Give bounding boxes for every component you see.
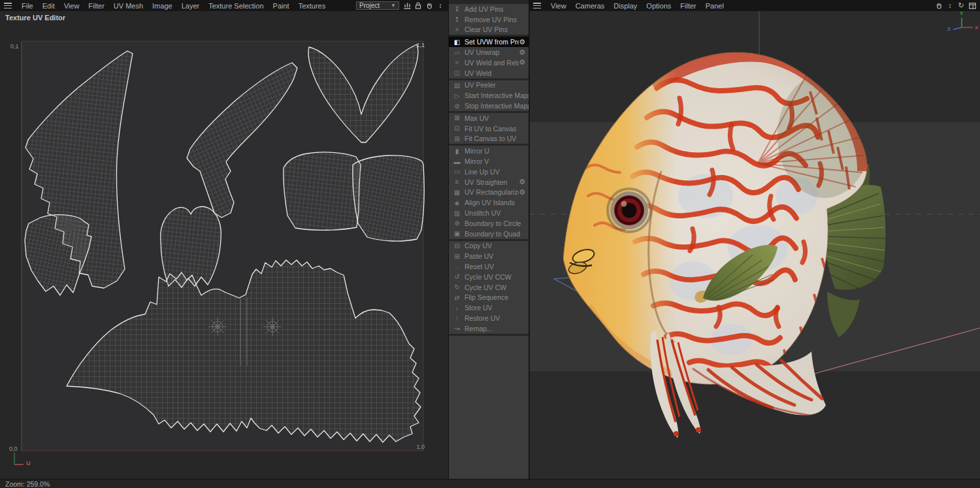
command-set-uvw-from-projection[interactable]: ◧Set UVW from Projection⚙ xyxy=(449,37,529,47)
menu-panel[interactable]: Panel xyxy=(701,2,728,10)
lock-icon[interactable] xyxy=(414,2,422,10)
hamburger-menu-icon[interactable] xyxy=(4,3,12,8)
move-vertical-icon[interactable]: ↕ xyxy=(436,2,444,10)
command-label: Fit UV to Canvas xyxy=(465,125,529,133)
flip-sequence-icon: ⇄ xyxy=(452,294,462,301)
command-label: Flip Sequence xyxy=(465,293,529,301)
command-restore-uv[interactable]: ↑Restore UV xyxy=(449,313,529,323)
command-uv-peeler[interactable]: ▤UV Peeler xyxy=(449,80,529,91)
gear-icon[interactable]: ⚙ xyxy=(519,188,525,197)
command-boundary-to-quad[interactable]: ▣Boundary to Quad xyxy=(449,229,529,239)
command-max-uv[interactable]: ⊠Max UV xyxy=(449,113,529,123)
menu-view[interactable]: View xyxy=(546,2,571,10)
cycle-uv-ccw-icon: ↺ xyxy=(452,273,462,280)
start-interactive-mapping-icon: ▷ xyxy=(452,92,462,99)
menu-file[interactable]: File xyxy=(17,2,38,10)
command-cycle-uv-cw[interactable]: ↻Cycle UV CW xyxy=(449,282,529,293)
command-remap[interactable]: ↝Remap... xyxy=(449,323,529,334)
command-label: Cycle UV CW xyxy=(465,284,529,291)
command-fit-uv-to-canvas[interactable]: ⊡Fit UV to Canvas xyxy=(449,123,529,134)
uv-swirl-left xyxy=(208,317,227,336)
command-group-1: ↧Add UV Pins↥Remove UV Pins×Clear UV Pin… xyxy=(449,4,529,35)
3d-viewport[interactable]: Y X Z xyxy=(530,11,980,479)
command-store-uv[interactable]: ↓Store UV xyxy=(449,302,529,313)
histogram-icon[interactable] xyxy=(403,2,411,10)
menu-filter[interactable]: Filter xyxy=(676,2,700,10)
uv-editor-menubar: FileEditViewFilterUV MeshImageLayerTextu… xyxy=(0,0,448,11)
command-cycle-uv-ccw[interactable]: ↺Cycle UV CCW xyxy=(449,272,529,282)
project-dropdown[interactable]: Project ▼ xyxy=(356,1,399,10)
uv-straighten-icon: ≡ xyxy=(452,178,462,186)
menu-layer[interactable]: Layer xyxy=(177,2,204,10)
command-line-up-uv[interactable]: ▭Line Up UV xyxy=(449,167,529,177)
uv-axis-gizmo: U xyxy=(14,453,31,466)
gear-icon[interactable]: ⚙ xyxy=(519,38,525,46)
mirror-u-icon: ▮ xyxy=(452,148,462,155)
uv-canvas[interactable]: 0,1 1,1 0,0 1,0 U xyxy=(0,11,448,479)
uv-command-panel: ↧Add UV Pins↥Remove UV Pins×Clear UV Pin… xyxy=(448,0,529,479)
menu-paint[interactable]: Paint xyxy=(269,2,294,10)
align-uv-islands-icon: ◈ xyxy=(452,199,462,206)
gear-icon[interactable]: ⚙ xyxy=(519,58,525,67)
menu-texture-selection[interactable]: Texture Selection xyxy=(204,2,268,10)
command-boundary-to-circle[interactable]: ⊚Boundary to Circle xyxy=(449,218,529,229)
command-unstitch-uv[interactable]: ▥Unstitch UV xyxy=(449,208,529,218)
uv-peeler-icon: ▤ xyxy=(452,82,462,89)
max-uv-icon: ⊠ xyxy=(452,114,462,122)
command-copy-uv[interactable]: ⊟Copy UV xyxy=(449,241,529,252)
menu-textures[interactable]: Textures xyxy=(294,2,331,10)
uv-island-fin-quad-right[interactable] xyxy=(353,155,424,241)
command-label: UV Straighten xyxy=(465,178,519,186)
dorsal-green-tint xyxy=(777,74,872,198)
command-uv-weld[interactable]: ◫UV Weld xyxy=(449,68,529,78)
command-mirror-v[interactable]: ▬Mirror V xyxy=(449,156,529,167)
command-add-uv-pins[interactable]: ↧Add UV Pins xyxy=(449,4,529,14)
command-stop-interactive-mapping[interactable]: ⊘Stop Interactive Mapping xyxy=(449,101,529,111)
menu-uv-mesh[interactable]: UV Mesh xyxy=(109,2,148,10)
menu-display[interactable]: Display xyxy=(609,2,642,10)
menu-cameras[interactable]: Cameras xyxy=(571,2,610,10)
command-align-uv-islands[interactable]: ◈Align UV Islands xyxy=(449,197,529,208)
discus-fish-model[interactable] xyxy=(559,52,886,438)
menu-image[interactable]: Image xyxy=(148,2,177,10)
command-uv-weld-and-relax[interactable]: ≈UV Weld and Relax⚙ xyxy=(449,57,529,68)
fit-canvas-to-uv-icon: ⊞ xyxy=(452,135,462,142)
command-mirror-u[interactable]: ▮Mirror U xyxy=(449,146,529,156)
hand-icon[interactable] xyxy=(425,2,433,10)
uv-island-fin-quad-left[interactable] xyxy=(284,152,361,230)
command-fit-canvas-to-uv[interactable]: ⊞Fit Canvas to UV xyxy=(449,134,529,144)
command-clear-uv-pins[interactable]: ×Clear UV Pins xyxy=(449,25,529,35)
command-label: Cycle UV CCW xyxy=(465,273,529,281)
rotate-icon[interactable]: ↻ xyxy=(957,2,965,10)
uv-swirl-right xyxy=(263,317,282,336)
menu-edit[interactable]: Edit xyxy=(38,2,59,10)
fish-eye xyxy=(608,189,651,232)
command-group-5: ▮Mirror U▬Mirror V▭Line Up UV≡UV Straigh… xyxy=(449,146,529,238)
command-uv-unwrap[interactable]: ▱UV Unwrap⚙ xyxy=(449,47,529,57)
command-label: Remove UV Pins xyxy=(465,16,529,24)
gear-icon[interactable]: ⚙ xyxy=(519,178,525,186)
command-start-interactive-mapping[interactable]: ▷Start Interactive Mapping xyxy=(449,90,529,101)
hand-icon[interactable] xyxy=(935,2,943,10)
command-paste-uv[interactable]: ⊞Paste UV xyxy=(449,251,529,261)
command-flip-sequence[interactable]: ⇄Flip Sequence xyxy=(449,293,529,303)
command-label: Mirror U xyxy=(465,147,529,155)
unstitch-uv-icon: ▥ xyxy=(452,210,462,217)
command-remove-uv-pins[interactable]: ↥Remove UV Pins xyxy=(449,14,529,25)
menu-view[interactable]: View xyxy=(59,2,84,10)
command-uv-straighten[interactable]: ≡UV Straighten⚙ xyxy=(449,177,529,187)
command-label: UV Unwrap xyxy=(465,48,519,56)
hamburger-menu-icon[interactable] xyxy=(533,3,541,8)
move-vertical-icon[interactable]: ↕ xyxy=(946,2,954,10)
gear-icon[interactable]: ⚙ xyxy=(519,48,525,57)
uv-label-11: 1,1 xyxy=(416,42,425,48)
menu-options[interactable]: Options xyxy=(642,2,676,10)
panel-icon[interactable] xyxy=(968,2,976,10)
command-group-2: ◧Set UVW from Projection⚙▱UV Unwrap⚙≈UV … xyxy=(449,37,529,78)
command-label: Store UV xyxy=(465,304,529,312)
command-uv-rectangularize[interactable]: ▦UV Rectangularize⚙ xyxy=(449,187,529,198)
copy-uv-icon: ⊟ xyxy=(452,242,462,250)
menu-filter[interactable]: Filter xyxy=(84,2,108,10)
viewport-canvas[interactable]: Y X Z xyxy=(530,11,980,479)
command-reset-uv[interactable]: ◌Reset UV xyxy=(449,261,529,272)
